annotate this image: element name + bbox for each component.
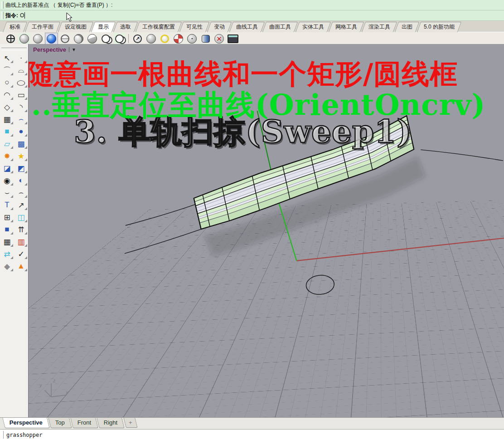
curved-surface-icon[interactable]: ⌢: [14, 113, 28, 125]
flyout-corner-icon: [24, 97, 27, 100]
polygon-icon[interactable]: ◇: [0, 101, 14, 113]
flyout-corner-icon: [10, 85, 13, 88]
command-input-bar[interactable]: 指令: O: [0, 10, 504, 21]
rendered-display-icon[interactable]: [45, 33, 58, 44]
shaded-display-icon[interactable]: [18, 33, 30, 44]
spark-icon-glyph: ★: [18, 152, 24, 161]
fillet-edge-icon[interactable]: ◪: [0, 162, 14, 174]
menu-tab-网格工具[interactable]: 网格工具: [329, 22, 364, 32]
viewport-tab-front[interactable]: Front: [70, 418, 98, 428]
command-input-value[interactable]: O: [20, 12, 24, 19]
axis-triad: z y x: [40, 379, 69, 405]
text-icon[interactable]: T: [0, 199, 14, 211]
viewport-tab-right[interactable]: Right: [97, 418, 125, 428]
perspective-viewport[interactable]: Perspective ▼ 随意画一根曲线和一个矩形/圆线框 ..垂直定位至曲线…: [28, 44, 504, 417]
turntable-icon[interactable]: [199, 33, 212, 44]
camera-view-icon-glyph: ▪: [187, 34, 197, 44]
flyout-corner-icon: [24, 158, 27, 161]
check-icon[interactable]: ✓: [14, 248, 28, 260]
menu-tab-出图[interactable]: 出图: [395, 22, 419, 32]
control-point-curve-icon[interactable]: ⌓: [14, 64, 28, 76]
circle-icon[interactable]: ○: [0, 77, 14, 88]
menu-tab-曲面工具[interactable]: 曲面工具: [262, 22, 298, 32]
grip-handle[interactable]: [1, 12, 4, 19]
grid-array-icon[interactable]: ▦: [0, 236, 14, 248]
mesh-box-icon[interactable]: ▩: [14, 138, 28, 150]
explode-icon[interactable]: ✸: [0, 150, 14, 162]
point-icon[interactable]: ·: [14, 52, 28, 64]
fillet-corner-icon[interactable]: ◝: [14, 101, 28, 113]
menu-tab-选取[interactable]: 选取: [113, 22, 138, 32]
viewport-title-bar[interactable]: Perspective ▼: [33, 46, 76, 53]
ellipse-icon[interactable]: ◯: [14, 77, 28, 88]
technical-display-icon[interactable]: [73, 33, 85, 44]
explode-icon-glyph: ✸: [4, 152, 10, 161]
flyout-corner-icon: [10, 146, 13, 149]
cplane-shade-icon[interactable]: [172, 33, 184, 44]
viewport-title[interactable]: Perspective: [33, 46, 66, 53]
menu-tab-label: 标准: [10, 23, 20, 31]
xray-display-icon[interactable]: [59, 33, 71, 44]
menu-tab-工作视窗配置[interactable]: 工作视窗配置: [136, 22, 182, 32]
chevron-down-icon[interactable]: ▼: [69, 47, 76, 52]
monitor-icon[interactable]: [227, 33, 239, 44]
primitive-icon[interactable]: ◆: [0, 260, 14, 272]
ghosted-display-icon[interactable]: [32, 33, 44, 44]
viewport-tab-top[interactable]: Top: [48, 418, 72, 428]
menu-tab-渲染工具[interactable]: 渲染工具: [362, 22, 397, 32]
tool-sidebar: ↖·⌒⌓○◯◠▭◇◝▦⌢■●▱▩✸★◪◩◉◐⌣⌢T↗⊞◫■⇈▦▥⇄✓◆▲: [0, 44, 29, 417]
add-viewport-tab-button[interactable]: +: [123, 418, 137, 428]
orient-icon[interactable]: ◫: [14, 211, 28, 223]
scale-icon[interactable]: ↗: [14, 199, 28, 211]
chamfer-edge-icon[interactable]: ◩: [14, 162, 28, 174]
flyout-corner-icon: [10, 109, 13, 112]
pointer-icon[interactable]: ↖: [0, 52, 14, 64]
sphere-icon[interactable]: ●: [14, 126, 28, 137]
block-icon[interactable]: ▥: [14, 236, 28, 248]
curve-icon-glyph: ⌒: [3, 65, 11, 76]
surface-icon-glyph: ▦: [3, 115, 10, 124]
flyout-corner-icon: [10, 134, 13, 137]
surface-icon[interactable]: ▦: [0, 113, 14, 125]
sun-icon[interactable]: [159, 33, 171, 44]
wireframe-display-icon[interactable]: [5, 33, 17, 44]
pen-display-alt-icon[interactable]: [113, 33, 126, 44]
blend-curve-icon[interactable]: ⌣: [0, 187, 14, 199]
menu-tab-显示[interactable]: 显示: [91, 22, 116, 32]
extrude-icon[interactable]: ⇈: [14, 224, 28, 235]
menu-tab-工作平面[interactable]: 工作平面: [25, 22, 60, 32]
menu-tab-5.0 的新功能[interactable]: 5.0 的新功能: [417, 22, 461, 32]
menu-tab-曲线工具[interactable]: 曲线工具: [229, 22, 265, 32]
artistic-display-icon[interactable]: [86, 33, 98, 44]
loft-icon[interactable]: ▱: [0, 138, 14, 150]
menu-tab-可见性[interactable]: 可见性: [179, 22, 209, 32]
viewport-tab-perspective[interactable]: Perspective: [2, 418, 50, 428]
solid-box-icon[interactable]: ■: [0, 224, 14, 235]
adjustable-blend-icon[interactable]: ⌢: [14, 187, 28, 199]
spark-icon[interactable]: ★: [14, 150, 28, 162]
menu-tab-label: 工作平面: [32, 23, 53, 31]
menu-tab-标准[interactable]: 标准: [3, 22, 27, 32]
adjustable-blend-icon-glyph: ⌢: [19, 188, 24, 197]
swap-icon[interactable]: ⇄: [0, 248, 14, 260]
arc-icon[interactable]: ◠: [0, 89, 14, 101]
render-icon[interactable]: ↗: [131, 33, 144, 44]
boolean-union-icon[interactable]: ◉: [0, 175, 14, 186]
array-icon[interactable]: ⊞: [0, 211, 14, 223]
camera-view-icon[interactable]: ▪: [186, 33, 198, 44]
gumball-icon[interactable]: ▲: [14, 260, 28, 272]
menu-tab-变动[interactable]: 变动: [207, 22, 232, 32]
box-icon[interactable]: ■: [0, 126, 14, 137]
curve-icon[interactable]: ⌒: [0, 64, 14, 76]
rectangle-icon[interactable]: ▭: [14, 89, 28, 101]
grip-handle[interactable]: [1, 1, 4, 9]
pen-display-icon[interactable]: [100, 33, 112, 44]
pen-display-alt-icon-glyph: [115, 34, 124, 43]
menu-tab-实体工具[interactable]: 实体工具: [296, 22, 331, 32]
viewport-tab-row: PerspectiveTopFrontRight+: [0, 417, 504, 429]
menu-tab-设定视图[interactable]: 设定视图: [58, 22, 93, 32]
render-preview-icon[interactable]: [145, 33, 157, 44]
grip-handle[interactable]: [1, 431, 4, 439]
boolean-diff-icon[interactable]: ◐: [14, 175, 28, 186]
render-disable-icon[interactable]: ✕: [213, 33, 225, 44]
